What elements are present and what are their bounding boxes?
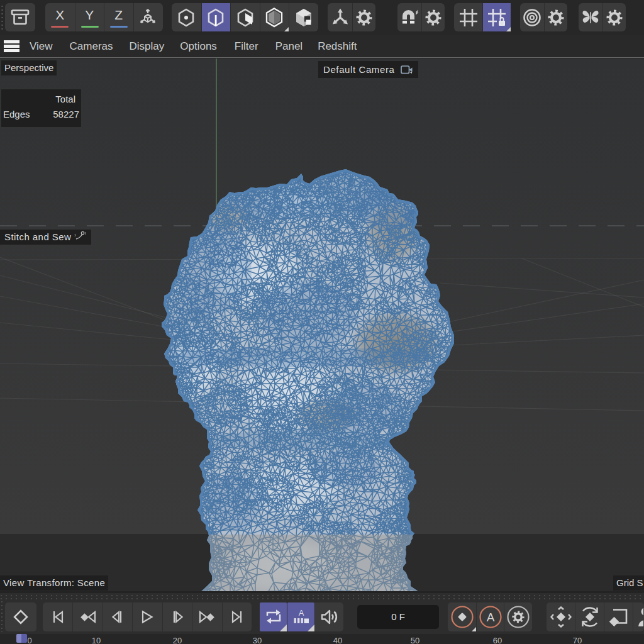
- svg-text:A: A: [298, 609, 304, 618]
- svg-text:A: A: [486, 611, 494, 624]
